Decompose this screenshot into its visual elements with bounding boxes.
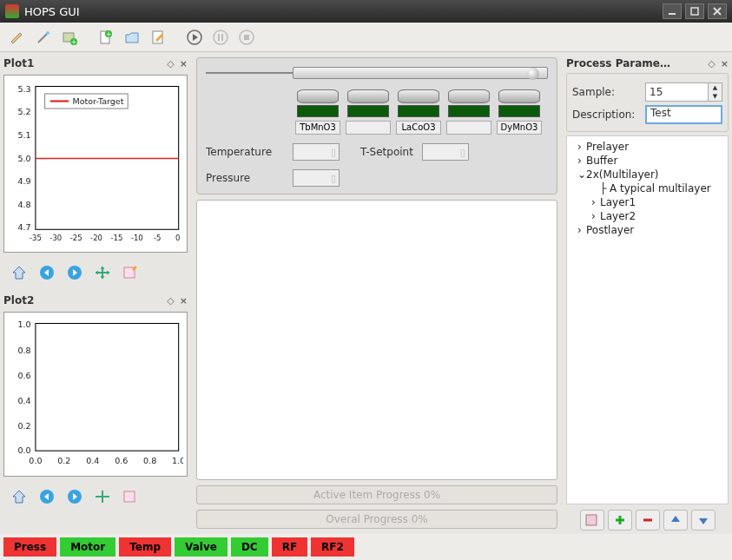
plot-home-icon[interactable]: [7, 261, 31, 284]
target-label: TbMnO3: [295, 121, 340, 135]
svg-text:0.8: 0.8: [17, 346, 30, 355]
temperature-label: Temperature: [206, 146, 284, 158]
shelf-handle[interactable]: [527, 68, 539, 80]
target-slot-1[interactable]: [345, 89, 392, 135]
tree-twisty-icon[interactable]: ›: [577, 155, 586, 167]
status-valve[interactable]: Valve: [175, 537, 228, 557]
target-led: [297, 105, 339, 117]
plot-back-icon[interactable]: [35, 485, 59, 508]
svg-text:-25: -25: [70, 234, 82, 242]
plot-config-icon[interactable]: [118, 261, 142, 284]
svg-text:4.9: 4.9: [17, 176, 30, 186]
plot-pan-icon[interactable]: [90, 261, 115, 284]
pressure-label: Pressure: [206, 172, 284, 184]
stop-icon[interactable]: [234, 25, 259, 49]
edit-doc-icon[interactable]: [146, 25, 170, 49]
play-icon[interactable]: [182, 25, 207, 49]
tree-item[interactable]: ›Postlayer: [569, 223, 726, 237]
target-cylinder: [297, 89, 339, 103]
process-header: Process Parame… ◇ ×: [566, 56, 729, 71]
svg-text:+: +: [106, 30, 112, 38]
plot-home-icon[interactable]: [7, 485, 31, 508]
tree-item[interactable]: ├ A typical multilayer: [569, 181, 726, 195]
svg-text:-5: -5: [154, 234, 161, 242]
plot2-float-icon[interactable]: ◇: [167, 295, 174, 306]
plot1-header: Plot1 ◇ ×: [3, 56, 188, 71]
tree-item[interactable]: ›Layer1: [569, 195, 726, 209]
svg-text:0.0: 0.0: [17, 446, 30, 456]
plot2-close-icon[interactable]: ×: [180, 295, 188, 306]
plot-forward-icon[interactable]: [63, 261, 87, 284]
tree-twisty-icon[interactable]: ›: [577, 141, 586, 153]
status-rf[interactable]: RF: [272, 537, 307, 557]
tree-item[interactable]: ›Prelayer: [569, 140, 726, 154]
status-press[interactable]: Press: [3, 537, 56, 557]
plot1-legend: Motor-Target: [72, 96, 123, 106]
tree-twisty-icon[interactable]: ›: [591, 210, 600, 222]
plot-forward-icon[interactable]: [63, 485, 87, 508]
tree-item[interactable]: ›Layer2: [569, 209, 726, 223]
main-toolbar: + +: [0, 23, 732, 52]
target-cylinder: [498, 89, 540, 103]
tree-up-icon[interactable]: [663, 510, 688, 530]
svg-rect-17: [244, 35, 249, 40]
svg-text:5.3: 5.3: [17, 84, 30, 94]
target-led: [347, 105, 389, 117]
svg-rect-40: [36, 324, 179, 451]
active-progress: Active Item Progress 0%: [196, 485, 557, 504]
wand-icon[interactable]: [31, 25, 56, 49]
window-title: HOPS GUI: [24, 5, 80, 18]
plot-pan-icon[interactable]: [90, 485, 115, 508]
edit-icon[interactable]: [5, 25, 30, 49]
svg-text:-20: -20: [90, 234, 102, 242]
tree-twisty-icon[interactable]: ⌄: [577, 168, 586, 181]
pause-icon[interactable]: [208, 25, 233, 49]
sample-spinbox[interactable]: 15 ▲▼: [645, 82, 722, 102]
plot-config-icon[interactable]: [118, 485, 142, 508]
status-dc[interactable]: DC: [231, 537, 268, 557]
tree-add-icon[interactable]: [608, 510, 632, 530]
svg-text:-35: -35: [30, 234, 42, 242]
svg-text:1.0: 1.0: [172, 456, 183, 465]
process-float-icon[interactable]: ◇: [708, 58, 715, 69]
target-slot-2[interactable]: LaCoO3: [395, 89, 442, 135]
svg-text:0.6: 0.6: [115, 456, 128, 465]
plot1-float-icon[interactable]: ◇: [167, 58, 174, 69]
svg-text:-15: -15: [111, 234, 123, 242]
process-close-icon[interactable]: ×: [721, 58, 729, 69]
target-slot-4[interactable]: DyMnO3: [496, 89, 543, 135]
process-tree[interactable]: ›Prelayer›Buffer⌄2x(Multilayer) ├ A typi…: [566, 135, 729, 504]
shelf-bar: [293, 67, 548, 79]
svg-rect-55: [124, 491, 135, 502]
status-motor[interactable]: Motor: [60, 537, 115, 557]
status-temp[interactable]: Temp: [119, 537, 171, 557]
open-doc-icon[interactable]: [120, 25, 144, 49]
plot-back-icon[interactable]: [35, 261, 59, 284]
shelf-rail: [206, 72, 293, 74]
tree-down-icon[interactable]: [691, 510, 716, 530]
target-slot-0[interactable]: TbMnO3: [294, 89, 341, 135]
target-slot-3[interactable]: [445, 89, 492, 135]
close-button[interactable]: [708, 3, 727, 19]
minimize-button[interactable]: [663, 3, 682, 19]
tree-new-icon[interactable]: [580, 510, 604, 530]
new-doc-icon[interactable]: +: [94, 25, 118, 49]
tree-item[interactable]: ⌄2x(Multilayer): [569, 168, 726, 181]
plot1-close-icon[interactable]: ×: [180, 58, 188, 69]
description-input[interactable]: Test: [645, 105, 722, 124]
image-add-icon[interactable]: +: [57, 25, 82, 49]
status-rf2[interactable]: RF2: [311, 537, 354, 557]
plot1-toolbar: [3, 256, 188, 289]
maximize-button[interactable]: [685, 3, 704, 19]
sample-label: Sample:: [572, 86, 640, 98]
target-led: [448, 105, 490, 117]
tree-twisty-icon[interactable]: ›: [577, 224, 586, 236]
tree-item[interactable]: ›Buffer: [569, 154, 726, 168]
tsetpoint-label: T-Setpoint: [360, 146, 413, 158]
plot2-toolbar: [3, 480, 188, 513]
svg-rect-1: [691, 8, 698, 15]
tree-remove-icon[interactable]: [636, 510, 660, 530]
svg-text:5.1: 5.1: [17, 130, 30, 140]
plot2-header: Plot2 ◇ ×: [3, 293, 188, 308]
tree-twisty-icon[interactable]: ›: [591, 196, 600, 208]
